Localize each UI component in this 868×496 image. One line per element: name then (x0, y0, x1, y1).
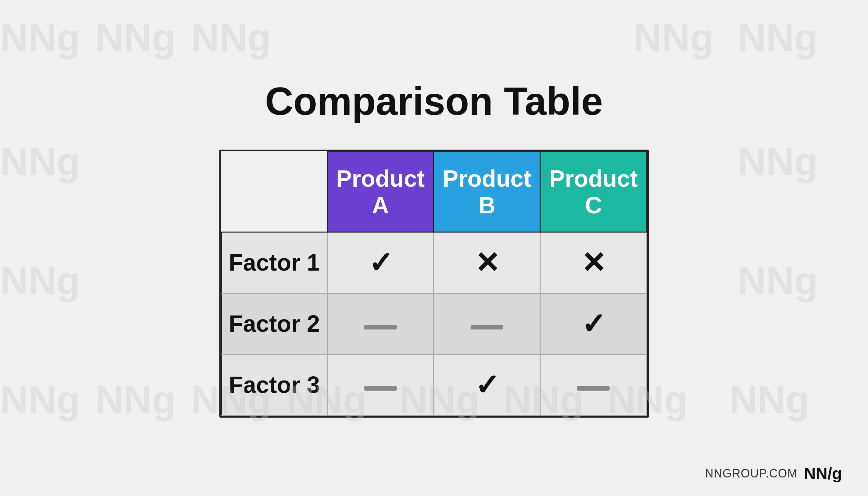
footer: NNGROUP.COM NN/g (705, 464, 842, 483)
page-title: Comparison Table (265, 79, 603, 124)
watermark: NNg (0, 139, 80, 184)
factor-2-product-a-cell (327, 293, 433, 354)
product-b-label: Product B (443, 166, 531, 218)
factor-2-product-c-cell: ✓ (540, 293, 647, 354)
comparison-table: Product A Product B Product C Factor 1 ✓ (219, 150, 649, 418)
cross-icon: ✕ (581, 247, 606, 279)
factor-2-label: Factor 2 (221, 293, 327, 354)
dash-icon (364, 325, 397, 329)
factor-3-product-a-cell (327, 354, 433, 415)
factor-3-product-c-cell (540, 354, 647, 415)
table-row: Factor 1 ✓ ✕ ✕ (221, 232, 647, 293)
header-product-a: Product A (327, 152, 433, 232)
table-row: Factor 2 ✓ (221, 293, 647, 354)
factor-2-product-b-cell (434, 293, 540, 354)
table-header-row: Product A Product B Product C (221, 152, 647, 232)
footer-url: NNGROUP.COM (705, 467, 797, 480)
product-a-label: Product A (336, 166, 425, 218)
header-empty-cell (221, 152, 327, 232)
product-c-label: Product C (549, 166, 638, 218)
factor-3-label: Factor 3 (221, 354, 327, 415)
watermark: NNg (634, 15, 714, 60)
header-product-b: Product B (434, 152, 540, 232)
header-product-c: Product C (540, 152, 647, 232)
factor-1-product-a-cell: ✓ (327, 232, 433, 293)
watermark: NNg (0, 377, 80, 422)
watermark: NNg (729, 377, 809, 422)
table-row: Factor 3 ✓ (221, 354, 647, 415)
watermark: NNg (0, 258, 80, 303)
factor-1-label: Factor 1 (221, 232, 327, 293)
watermark: NNg (738, 15, 818, 60)
watermark: NNg (738, 258, 818, 303)
cross-icon: ✕ (475, 247, 499, 279)
watermark: NNg (95, 15, 176, 60)
check-icon: ✓ (581, 308, 606, 340)
watermark: NNg (95, 377, 176, 422)
dash-icon (471, 325, 503, 329)
dash-icon (364, 386, 397, 391)
factor-1-product-c-cell: ✕ (540, 232, 647, 293)
footer-brand: NN/g (804, 464, 842, 483)
dash-icon (577, 386, 610, 391)
factor-3-product-b-cell: ✓ (434, 354, 540, 415)
check-icon: ✓ (368, 247, 393, 279)
watermark: NNg (0, 15, 80, 60)
check-icon: ✓ (475, 369, 499, 401)
watermark: NNg (191, 15, 271, 60)
factor-1-product-b-cell: ✕ (434, 232, 540, 293)
watermark: NNg (738, 139, 818, 184)
